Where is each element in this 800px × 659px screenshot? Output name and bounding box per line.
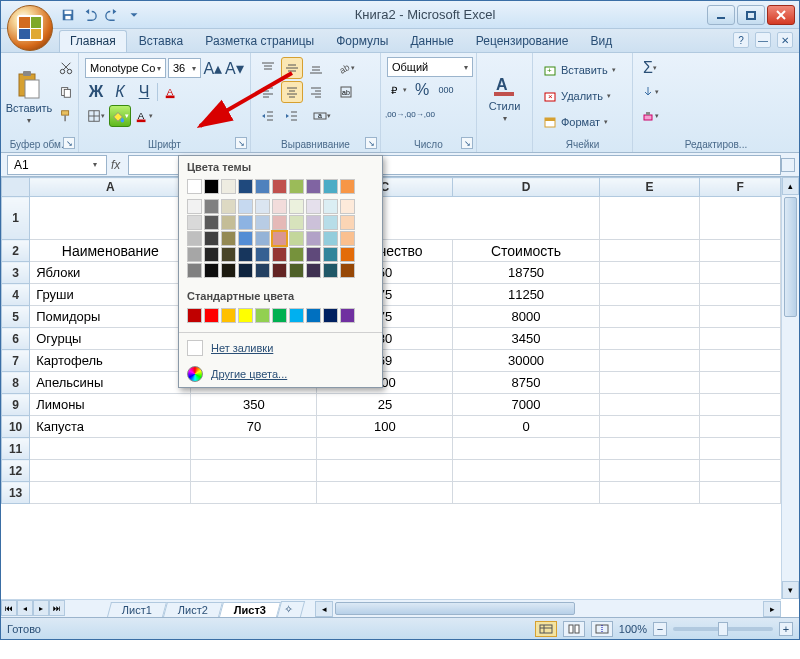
- color-swatch[interactable]: [306, 308, 321, 323]
- zoom-level[interactable]: 100%: [619, 623, 647, 635]
- color-swatch[interactable]: [238, 263, 253, 278]
- page-layout-view-icon[interactable]: [563, 621, 585, 637]
- color-swatch[interactable]: [221, 263, 236, 278]
- office-button[interactable]: [7, 5, 53, 51]
- increase-decimal-icon[interactable]: ,00→,0: [387, 103, 409, 125]
- cell[interactable]: Огурцы: [30, 328, 191, 350]
- row-header[interactable]: 6: [2, 328, 30, 350]
- col-header[interactable]: F: [700, 178, 781, 197]
- color-swatch[interactable]: [204, 308, 219, 323]
- format-painter-icon[interactable]: [55, 105, 77, 127]
- font-size-select[interactable]: 36▾: [168, 58, 201, 78]
- color-swatch[interactable]: [340, 263, 355, 278]
- decrease-indent-icon[interactable]: [257, 105, 279, 127]
- cell[interactable]: 0: [453, 416, 599, 438]
- row-header[interactable]: 9: [2, 394, 30, 416]
- copy-icon[interactable]: [55, 81, 77, 103]
- italic-button[interactable]: К: [109, 81, 131, 103]
- color-swatch[interactable]: [238, 231, 253, 246]
- scroll-right-icon[interactable]: ▸: [763, 601, 781, 617]
- color-swatch[interactable]: [187, 231, 202, 246]
- more-colors-item[interactable]: Другие цвета...: [179, 361, 382, 387]
- row-header[interactable]: 3: [2, 262, 30, 284]
- row-header[interactable]: 1: [2, 197, 30, 240]
- minimize-button[interactable]: [707, 5, 735, 25]
- row-header[interactable]: 8: [2, 372, 30, 394]
- help-icon[interactable]: ?: [733, 32, 749, 48]
- color-swatch[interactable]: [204, 247, 219, 262]
- sheet-next-icon[interactable]: ▸: [33, 600, 49, 616]
- cut-icon[interactable]: [55, 57, 77, 79]
- sheet-tab[interactable]: Лист2: [163, 602, 223, 617]
- cell[interactable]: 25: [317, 394, 453, 416]
- align-top-icon[interactable]: [257, 57, 279, 79]
- sheet-last-icon[interactable]: ⏭: [49, 600, 65, 616]
- comma-icon[interactable]: 000: [435, 79, 457, 101]
- cell[interactable]: 8000: [453, 306, 599, 328]
- scroll-up-icon[interactable]: ▴: [782, 177, 799, 195]
- tab-home[interactable]: Главная: [59, 30, 127, 52]
- zoom-slider[interactable]: [673, 627, 773, 631]
- cell[interactable]: 70: [191, 416, 317, 438]
- scroll-thumb[interactable]: [335, 602, 575, 615]
- col-header[interactable]: D: [453, 178, 599, 197]
- color-swatch[interactable]: [272, 263, 287, 278]
- color-swatch[interactable]: [255, 263, 270, 278]
- bold-button[interactable]: Ж: [85, 81, 107, 103]
- clipboard-launcher[interactable]: ↘: [63, 137, 75, 149]
- cell[interactable]: Помидоры: [30, 306, 191, 328]
- insert-cells-button[interactable]: +Вставить▾: [539, 59, 620, 81]
- color-swatch[interactable]: [323, 199, 338, 214]
- font-color-icon[interactable]: A: [160, 81, 182, 103]
- minimize-ribbon-icon[interactable]: —: [755, 32, 771, 48]
- row-header[interactable]: 5: [2, 306, 30, 328]
- color-swatch[interactable]: [187, 308, 202, 323]
- color-swatch[interactable]: [204, 199, 219, 214]
- tab-insert[interactable]: Вставка: [129, 31, 194, 52]
- clear-icon[interactable]: ▾: [639, 105, 661, 127]
- color-swatch[interactable]: [306, 215, 321, 230]
- name-box[interactable]: A1: [7, 155, 107, 175]
- row-header[interactable]: 4: [2, 284, 30, 306]
- redo-icon[interactable]: [103, 6, 121, 24]
- delete-cells-button[interactable]: ×Удалить▾: [539, 85, 615, 107]
- color-swatch[interactable]: [340, 179, 355, 194]
- color-swatch[interactable]: [289, 231, 304, 246]
- color-swatch[interactable]: [272, 247, 287, 262]
- tab-view[interactable]: Вид: [580, 31, 622, 52]
- row-header[interactable]: 10: [2, 416, 30, 438]
- close-workbook-icon[interactable]: ✕: [777, 32, 793, 48]
- color-swatch[interactable]: [221, 247, 236, 262]
- color-swatch[interactable]: [340, 247, 355, 262]
- color-swatch[interactable]: [204, 263, 219, 278]
- wrap-text-icon[interactable]: ab: [335, 81, 357, 103]
- cell[interactable]: Стоимость: [453, 240, 599, 262]
- color-swatch[interactable]: [272, 308, 287, 323]
- color-swatch[interactable]: [238, 247, 253, 262]
- align-left-icon[interactable]: [257, 81, 279, 103]
- zoom-out-icon[interactable]: −: [653, 622, 667, 636]
- cell[interactable]: Апельсины: [30, 372, 191, 394]
- merge-center-icon[interactable]: a▾: [311, 105, 333, 127]
- cell[interactable]: Капуста: [30, 416, 191, 438]
- sheet-tab[interactable]: Лист1: [107, 602, 167, 617]
- tab-data[interactable]: Данные: [400, 31, 463, 52]
- row-header[interactable]: 2: [2, 240, 30, 262]
- orientation-icon[interactable]: ab▾: [335, 57, 357, 79]
- increase-indent-icon[interactable]: [281, 105, 303, 127]
- col-header[interactable]: E: [599, 178, 700, 197]
- cell[interactable]: Картофель: [30, 350, 191, 372]
- color-swatch[interactable]: [340, 199, 355, 214]
- underline-button[interactable]: Ч: [133, 81, 155, 103]
- zoom-handle[interactable]: [718, 622, 728, 636]
- color-swatch[interactable]: [289, 199, 304, 214]
- color-swatch[interactable]: [187, 263, 202, 278]
- scroll-thumb[interactable]: [784, 197, 797, 317]
- align-center-icon[interactable]: [281, 81, 303, 103]
- cell[interactable]: 30000: [453, 350, 599, 372]
- page-break-view-icon[interactable]: [591, 621, 613, 637]
- format-cells-button[interactable]: Формат▾: [539, 111, 612, 133]
- color-swatch[interactable]: [204, 179, 219, 194]
- save-icon[interactable]: [59, 6, 77, 24]
- color-swatch[interactable]: [187, 199, 202, 214]
